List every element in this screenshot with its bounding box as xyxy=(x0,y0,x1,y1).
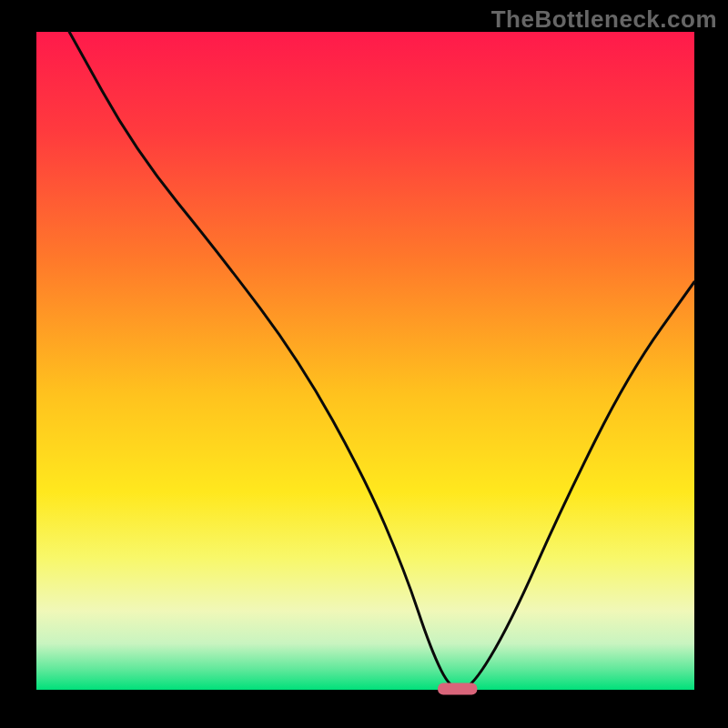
chart-frame: { "watermark": "TheBottleneck.com", "cha… xyxy=(0,0,728,728)
optimal-marker xyxy=(438,683,477,695)
watermark-text: TheBottleneck.com xyxy=(491,5,717,34)
chart-svg xyxy=(0,0,728,728)
plot-background xyxy=(36,32,694,690)
